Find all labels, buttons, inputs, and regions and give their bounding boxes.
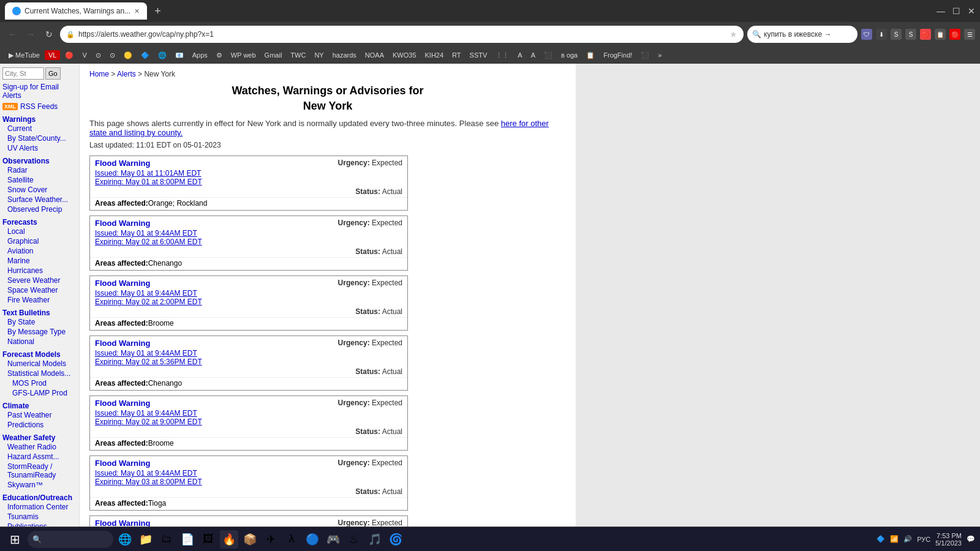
taskbar-explorer-icon[interactable]: 🗂	[157, 530, 176, 549]
past-weather-link[interactable]: Past Weather	[2, 410, 77, 420]
bookmark-twc[interactable]: TWC	[287, 50, 309, 60]
bookmark-a2[interactable]: A	[527, 50, 539, 60]
bookmark-icon1[interactable]: 🔴	[61, 50, 77, 61]
bookmark-sq2[interactable]: ⬛	[637, 50, 653, 61]
alert-expiring[interactable]: Expiring: May 02 at 5:36PM EDT	[95, 358, 402, 366]
bookmark-yellow[interactable]: 🟡	[120, 50, 136, 61]
bookmark-more[interactable]: »	[654, 50, 665, 60]
bookmark-blue[interactable]: 🔷	[137, 50, 153, 61]
bookmark-hazards[interactable]: hazards	[329, 50, 360, 60]
publications-link[interactable]: Publications...	[2, 522, 77, 527]
uv-alerts-link[interactable]: UV Alerts	[2, 143, 77, 153]
snow-cover-link[interactable]: Snow Cover	[2, 185, 77, 195]
bookmark-circle2[interactable]: ⊙	[106, 50, 119, 61]
browser-tab[interactable]: 🌐 Current Watches, Warnings an... ✕	[5, 2, 147, 20]
bookmark-metube[interactable]: ▶MeTube	[5, 50, 43, 61]
rss-feeds-link[interactable]: RSS Feeds	[20, 102, 58, 111]
search-bar[interactable]: 🔍 купить в ижевске →	[747, 26, 858, 43]
taskbar-blue-icon[interactable]: 🔵	[303, 530, 322, 549]
alert-issued[interactable]: Issued: May 01 at 9:44AM EDT	[95, 409, 402, 418]
bookmark-frogfind[interactable]: FrogFind!	[600, 50, 636, 60]
hazard-assmt-link[interactable]: Hazard Assmt...	[2, 452, 77, 462]
alert-title-link[interactable]: Flood Warning	[95, 339, 151, 348]
predictions-link[interactable]: Predictions	[2, 420, 77, 430]
ext-menu-icon[interactable]: ☰	[964, 29, 975, 40]
taskbar-ie-icon[interactable]: 🌐	[116, 530, 134, 549]
alert-expiring[interactable]: Expiring: May 02 at 9:00PM EDT	[95, 418, 402, 426]
by-message-type-link[interactable]: By Message Type	[2, 327, 77, 337]
bookmark-circle1[interactable]: ⊙	[92, 50, 105, 61]
alert-issued[interactable]: Issued: May 01 at 11:01AM EDT	[95, 169, 402, 178]
taskbar-firefox-icon[interactable]: 🔥	[220, 530, 238, 549]
bookmark-clip[interactable]: 📋	[582, 50, 598, 61]
ext-red-icon[interactable]: 🔴	[920, 29, 931, 40]
ext-shield-icon[interactable]: 🛡	[861, 29, 872, 40]
taskbar-blue2-icon[interactable]: 🌀	[386, 530, 405, 549]
bookmark-sstv[interactable]: SSTV	[466, 50, 491, 60]
info-center-link[interactable]: Information Center	[2, 502, 77, 512]
bookmark-star-icon[interactable]: ★	[729, 29, 737, 39]
ext-p-icon[interactable]: 📋	[935, 29, 946, 40]
alert-title-link[interactable]: Flood Warning	[95, 399, 151, 408]
mos-prod-link[interactable]: MOS Prod	[2, 378, 77, 388]
graphical-link[interactable]: Graphical	[2, 236, 77, 246]
observed-precip-link[interactable]: Observed Precip	[2, 204, 77, 214]
bookmark-square[interactable]: ⬛	[540, 50, 556, 61]
minimize-button[interactable]: —	[937, 6, 945, 16]
bookmark-gmail[interactable]: Gmail	[261, 50, 286, 60]
forward-button[interactable]: →	[23, 29, 38, 39]
numerical-models-link[interactable]: Numerical Models	[2, 359, 77, 369]
taskbar-folder-icon[interactable]: 📁	[137, 530, 155, 549]
start-button[interactable]: ⊞	[5, 531, 25, 548]
alert-expiring[interactable]: Expiring: May 01 at 8:00PM EDT	[95, 178, 402, 186]
new-tab-button[interactable]: +	[154, 5, 161, 18]
ext-s2-icon[interactable]: S	[905, 29, 916, 40]
signup-email-link[interactable]: Sign-up for Email Alerts	[2, 82, 77, 100]
bookmark-wpweb[interactable]: WP web	[227, 50, 260, 60]
address-bar[interactable]: 🔒 https://alerts.weather.gov/cap/ny.php?…	[60, 26, 744, 43]
bookmark-gear[interactable]: ⚙	[213, 50, 226, 61]
satellite-link[interactable]: Satellite	[2, 175, 77, 185]
severe-weather-link[interactable]: Severe Weather	[2, 276, 77, 285]
tab-close-button[interactable]: ✕	[134, 7, 140, 15]
fire-weather-link[interactable]: Fire Weather	[2, 295, 77, 305]
space-weather-link[interactable]: Space Weather	[2, 285, 77, 295]
breadcrumb-home[interactable]: Home	[89, 70, 109, 78]
bookmark-dots[interactable]: ⋮⋮	[492, 50, 513, 61]
maximize-button[interactable]: ☐	[952, 6, 960, 16]
aviation-link[interactable]: Aviation	[2, 246, 77, 256]
bookmark-mail[interactable]: 📧	[172, 50, 187, 61]
taskbar-green-icon[interactable]: 📦	[241, 530, 259, 549]
alert-title-link[interactable]: Flood Warning	[95, 279, 151, 288]
local-link[interactable]: Local	[2, 227, 77, 236]
taskbar-music-icon[interactable]: 🎵	[366, 530, 384, 549]
back-button[interactable]: ←	[5, 29, 20, 39]
ext-s-icon[interactable]: S	[891, 29, 902, 40]
statistical-models-link[interactable]: Statistical Models...	[2, 369, 77, 378]
alert-title-link[interactable]: Flood Warning	[95, 219, 151, 228]
gfs-lamp-link[interactable]: GFS-LAMP Prod	[2, 388, 77, 398]
alert-expiring[interactable]: Expiring: May 02 at 2:00PM EDT	[95, 298, 402, 306]
breadcrumb-alerts[interactable]: Alerts	[117, 70, 136, 78]
alert-title-link[interactable]: Flood Warning	[95, 519, 151, 527]
radar-link[interactable]: Radar	[2, 165, 77, 175]
bookmark-kwo35[interactable]: KWO35	[389, 50, 420, 60]
tsunamis-link[interactable]: Tsunamis	[2, 512, 77, 522]
alert-issued[interactable]: Issued: May 01 at 9:44AM EDT	[95, 469, 402, 478]
national-link[interactable]: National	[2, 337, 77, 347]
taskbar-steam-icon[interactable]: ♨	[345, 530, 363, 549]
bookmark-a1[interactable]: A	[514, 50, 526, 60]
city-go-button[interactable]: Go	[45, 67, 61, 80]
bookmark-vl[interactable]: VL	[45, 50, 60, 60]
surface-weather-link[interactable]: Surface Weather...	[2, 195, 77, 204]
city-search-input[interactable]	[2, 67, 44, 80]
close-button[interactable]: ✕	[968, 6, 975, 16]
reload-button[interactable]: ↻	[42, 29, 56, 39]
alert-title-link[interactable]: Flood Warning	[95, 459, 151, 468]
bookmark-v[interactable]: V	[78, 50, 90, 60]
bookmark-kih24[interactable]: KIH24	[421, 50, 448, 60]
weather-radio-link[interactable]: Weather Radio	[2, 442, 77, 452]
bookmark-apps[interactable]: Apps	[189, 50, 211, 60]
alert-expiring[interactable]: Expiring: May 03 at 8:00PM EDT	[95, 478, 402, 486]
alert-expiring[interactable]: Expiring: May 02 at 6:00AM EDT	[95, 238, 402, 246]
